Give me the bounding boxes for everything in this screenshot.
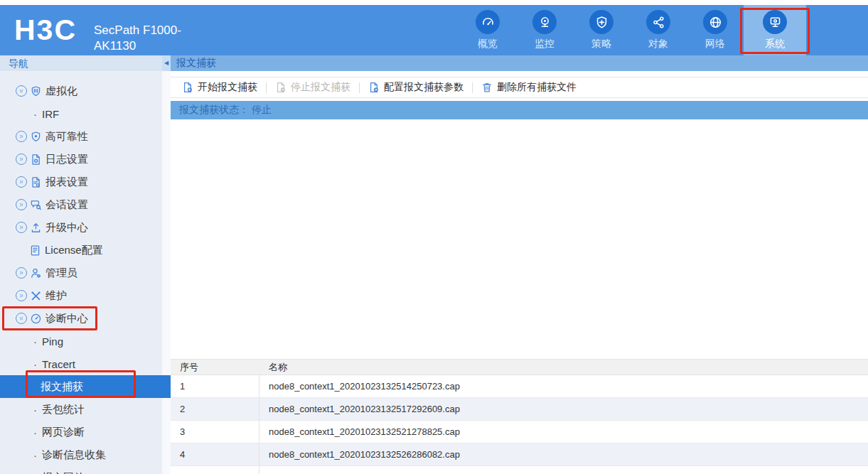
toolbar-button-label: 开始报文捕获 xyxy=(198,81,257,94)
top-nav-label: 监控 xyxy=(535,38,554,50)
main-content: 报文捕获 开始报文捕获停止报文捕获配置报文捕获参数删除所有捕获文件 报文捕获状态… xyxy=(171,55,868,474)
sidebar-item-license-config[interactable]: License配置 xyxy=(0,239,162,262)
product-name-line2: AK1130 xyxy=(94,38,181,53)
shield-plus-icon xyxy=(589,10,614,34)
top-nav-network[interactable]: 网络 xyxy=(687,5,744,55)
sidebar-item-session-settings[interactable]: 会话设置 xyxy=(0,193,162,216)
sidebar-item-label: 诊断中心 xyxy=(45,312,88,325)
sidebar-item-packet-replay[interactable]: ·报文回放 xyxy=(0,466,162,474)
toolbar-button-label: 删除所有捕获文件 xyxy=(497,81,577,94)
table-row[interactable]: 3node8_context1_20201023132521278825.cap xyxy=(171,421,868,443)
table-row[interactable]: 1node8_context1_20201023132514250723.cap xyxy=(171,375,868,398)
sidebar-item-administrators[interactable]: 管理员 xyxy=(0,262,162,284)
top-nav-policy[interactable]: 策略 xyxy=(573,5,630,55)
app-body: 导航 虚拟化·IRF高可靠性日志设置报表设置会话设置升级中心License配置管… xyxy=(0,55,868,474)
product-name-line1: SecPath F1000- xyxy=(94,23,181,38)
sidebar-item-label: License配置 xyxy=(45,244,103,257)
top-nav-monitor[interactable]: 监控 xyxy=(516,5,573,55)
toolbar-configure-capture-params-button[interactable]: 配置报文捕获参数 xyxy=(360,81,472,94)
sidebar-item-maintenance[interactable]: 维护 xyxy=(0,284,162,307)
bullet-icon: · xyxy=(33,449,37,461)
sidebar-item-report-settings[interactable]: 报表设置 xyxy=(0,171,162,193)
toolbar-stop-packet-capture-button[interactable]: 停止报文捕获 xyxy=(267,81,359,94)
sidebar-item-packet-capture[interactable]: ·报文捕获 xyxy=(0,375,171,398)
cell-filename xyxy=(259,466,868,474)
sidebar-item-diag-info-collection[interactable]: ·诊断信息收集 xyxy=(0,443,162,466)
bullet-icon: · xyxy=(33,335,37,348)
sidebar-item-virtualization[interactable]: 虚拟化 xyxy=(0,80,162,102)
app-header: H3C SecPath F1000- AK1130 概览监控策略对象网络系统 xyxy=(0,5,868,55)
capture-status-bar: 报文捕获状态： 停止 xyxy=(171,101,868,119)
sidebar-item-packet-loss-stats[interactable]: ·丢包统计 xyxy=(0,398,162,421)
chevron-right-circle-icon[interactable] xyxy=(16,131,27,142)
sidebar-item-upgrade-center[interactable]: 升级中心 xyxy=(0,216,162,239)
chevron-right-circle-icon[interactable] xyxy=(16,267,27,279)
bullet-icon: · xyxy=(33,426,37,438)
chevron-right-circle-icon[interactable] xyxy=(16,153,27,165)
toolbar-delete-all-capture-files-button[interactable]: 删除所有捕获文件 xyxy=(473,81,585,94)
gauge-icon xyxy=(476,10,500,34)
top-nav-system[interactable]: 系统 xyxy=(744,5,806,55)
chevron-right-circle-icon[interactable] xyxy=(16,199,27,210)
cell-filename: node8_context1_20201023132521278825.cap xyxy=(259,421,868,443)
cell-index: 1 xyxy=(171,375,259,397)
collapse-left-arrow-icon: ◀ xyxy=(164,60,168,66)
top-nav-label: 对象 xyxy=(648,38,668,50)
column-header-name: 名称 xyxy=(259,360,868,375)
sidebar-item-diagnostic-center[interactable]: 诊断中心 xyxy=(0,307,162,330)
admin-icon xyxy=(30,267,42,279)
sidebar-item-web-diagnosis[interactable]: ·网页诊断 xyxy=(0,421,162,443)
system-monitor-icon xyxy=(763,10,787,34)
top-nav-overview[interactable]: 概览 xyxy=(459,5,516,55)
chevron-down-circle-icon[interactable] xyxy=(16,85,27,97)
report-settings-icon xyxy=(30,176,42,188)
maintenance-icon xyxy=(30,290,42,302)
sidebar-item-irf[interactable]: ·IRF xyxy=(0,102,162,125)
log-settings-icon xyxy=(30,153,42,166)
sidebar-item-label: 虚拟化 xyxy=(45,85,77,98)
sidebar-item-log-settings[interactable]: 日志设置 xyxy=(0,148,162,171)
browser-top-strip xyxy=(0,0,868,5)
cell-filename: node8_context1_20201023132514250723.cap xyxy=(259,375,868,397)
sidebar-collapse-strip[interactable]: ◀ xyxy=(162,55,171,474)
chevron-right-circle-icon[interactable] xyxy=(16,176,27,188)
top-nav-objects[interactable]: 对象 xyxy=(630,5,687,55)
tab-packet-capture[interactable]: 报文捕获 xyxy=(176,57,216,70)
delete-files-icon xyxy=(481,82,493,93)
sidebar-item-label: IRF xyxy=(42,108,59,120)
capture-file-table: 序号 名称 1node8_context1_202010231325142507… xyxy=(171,359,868,474)
share-icon xyxy=(646,10,670,34)
top-nav-label: 系统 xyxy=(765,38,785,50)
sidebar-nav-list: 虚拟化·IRF高可靠性日志设置报表设置会话设置升级中心License配置管理员维… xyxy=(0,71,162,474)
sidebar-item-ping[interactable]: ·Ping xyxy=(0,330,162,352)
top-nav-label: 策略 xyxy=(591,38,611,50)
table-body: 1node8_context1_20201023132514250723.cap… xyxy=(171,375,868,474)
sidebar-item-tracert[interactable]: ·Tracert xyxy=(0,352,162,375)
reliability-icon xyxy=(30,131,42,143)
sidebar-collapse-button[interactable]: ◀ xyxy=(162,55,171,71)
chevron-right-circle-icon[interactable] xyxy=(16,222,27,233)
sidebar-item-label: 报文回放 xyxy=(42,471,85,474)
sidebar-title-label: 导航 xyxy=(9,58,28,69)
globe-icon xyxy=(703,10,727,34)
virtualization-icon xyxy=(30,85,42,97)
sidebar-item-label: Tracert xyxy=(42,358,75,370)
sidebar-item-label: 维护 xyxy=(45,289,67,303)
cell-index: 2 xyxy=(171,398,259,420)
diagnosis-icon xyxy=(30,313,42,325)
sidebar-item-label: 会话设置 xyxy=(45,198,88,212)
upgrade-icon xyxy=(30,222,42,234)
chevron-right-circle-icon[interactable] xyxy=(16,290,27,301)
sidebar-item-label: 报文捕获 xyxy=(41,380,83,394)
bullet-icon: · xyxy=(33,404,37,416)
table-row[interactable]: 4node8_context1_20201023132526286082.cap xyxy=(171,443,868,466)
chevron-down-circle-icon[interactable] xyxy=(16,313,27,324)
sidebar-item-label: 管理员 xyxy=(45,266,77,280)
cell-index: 4 xyxy=(171,443,259,465)
sidebar-item-high-availability[interactable]: 高可靠性 xyxy=(0,125,162,148)
table-row[interactable]: 2node8_context1_20201023132517292609.cap xyxy=(171,398,868,421)
sidebar-item-label: 高可靠性 xyxy=(45,130,88,144)
cell-index: 3 xyxy=(171,421,259,443)
toolbar-start-packet-capture-button[interactable]: 开始报文捕获 xyxy=(173,81,266,94)
empty-area xyxy=(171,119,868,359)
